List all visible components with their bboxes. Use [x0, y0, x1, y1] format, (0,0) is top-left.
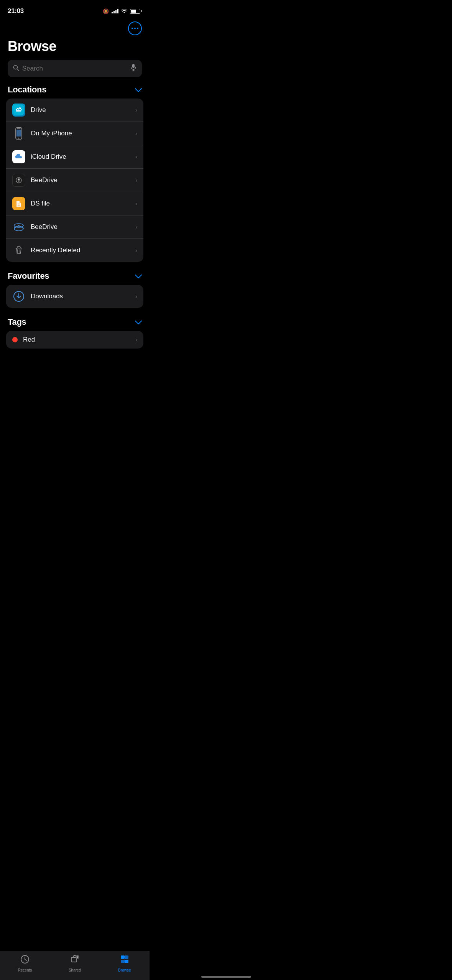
list-item[interactable]: Recently Deleted ›: [6, 238, 143, 262]
svg-point-14: [18, 179, 20, 180]
ds-file-icon: [12, 197, 25, 210]
locations-header: Locations: [0, 85, 150, 99]
tags-list: Red ›: [6, 331, 143, 349]
search-bar[interactable]: [8, 60, 142, 77]
red-tag-icon: [12, 337, 18, 342]
favourites-section: Favourites Downloads ›: [0, 271, 150, 308]
list-item[interactable]: BeeDrive ›: [6, 168, 143, 192]
wifi-icon: [121, 8, 127, 14]
locations-collapse-icon[interactable]: [135, 86, 142, 94]
chevron-right-icon: ›: [135, 107, 137, 113]
chevron-right-icon: ›: [135, 224, 137, 230]
chevron-right-icon: ›: [135, 130, 137, 136]
on-my-iphone-label: On My iPhone: [31, 130, 130, 137]
svg-marker-6: [16, 110, 21, 112]
locations-list: Drive › On My iPhone ›: [6, 99, 143, 262]
icloud-drive-label: iCloud Drive: [31, 153, 130, 161]
list-item[interactable]: iCloud Drive ›: [6, 145, 143, 168]
favourites-collapse-icon[interactable]: [135, 272, 142, 280]
chevron-right-icon: ›: [135, 154, 137, 160]
drive-icon: [12, 104, 25, 117]
microphone-icon[interactable]: [130, 64, 136, 73]
downloads-icon: [12, 290, 25, 303]
beedrive-outline-label: BeeDrive: [31, 223, 130, 231]
favourites-list: Downloads ›: [6, 285, 143, 308]
tags-section: Tags Red ›: [0, 317, 150, 349]
svg-line-1: [17, 69, 19, 71]
recently-deleted-label: Recently Deleted: [31, 247, 130, 254]
list-item[interactable]: On My iPhone ›: [6, 122, 143, 145]
ellipsis-icon: [131, 28, 138, 29]
favourites-title: Favourites: [8, 271, 49, 281]
drive-label: Drive: [31, 106, 130, 114]
downloads-label: Downloads: [31, 293, 130, 300]
locations-title: Locations: [8, 85, 46, 95]
tags-collapse-icon[interactable]: [135, 318, 142, 326]
chevron-right-icon: ›: [135, 293, 137, 299]
signal-bars-icon: [112, 9, 118, 13]
tags-header: Tags: [0, 317, 150, 331]
locations-section: Locations: [0, 85, 150, 262]
status-icons: 🔕: [103, 8, 142, 14]
search-input[interactable]: [22, 65, 127, 72]
beedrive-dark-icon: [12, 174, 25, 187]
svg-point-9: [18, 138, 20, 139]
status-time: 21:03: [8, 7, 24, 15]
icloud-drive-icon: [12, 150, 25, 163]
svg-rect-8: [17, 128, 21, 129]
chevron-right-icon: ›: [135, 247, 137, 253]
list-item[interactable]: BeeDrive ›: [6, 215, 143, 238]
battery-icon: [130, 9, 142, 14]
page-title: Browse: [0, 35, 150, 60]
chevron-right-icon: ›: [135, 177, 137, 183]
svg-rect-10: [16, 130, 21, 136]
ds-file-label: DS file: [31, 200, 130, 207]
tags-title: Tags: [8, 317, 26, 327]
svg-rect-2: [132, 64, 135, 68]
notification-muted-icon: 🔕: [103, 8, 109, 14]
trash-icon: [12, 244, 25, 257]
chevron-right-icon: ›: [135, 337, 137, 343]
search-icon: [13, 65, 19, 72]
iphone-icon: [12, 127, 25, 140]
list-item[interactable]: Downloads ›: [6, 285, 143, 308]
beedrive-dark-label: BeeDrive: [31, 176, 130, 184]
list-item[interactable]: Drive ›: [6, 99, 143, 122]
favourites-header: Favourites: [0, 271, 150, 285]
red-tag-label: Red: [23, 336, 130, 344]
status-bar: 21:03 🔕: [0, 0, 150, 19]
header-bar: [0, 19, 150, 35]
chevron-right-icon: ›: [135, 201, 137, 207]
list-item[interactable]: Red ›: [6, 331, 143, 349]
list-item[interactable]: DS file ›: [6, 192, 143, 215]
beedrive-outline-icon: [12, 220, 25, 233]
more-options-button[interactable]: [128, 21, 142, 35]
